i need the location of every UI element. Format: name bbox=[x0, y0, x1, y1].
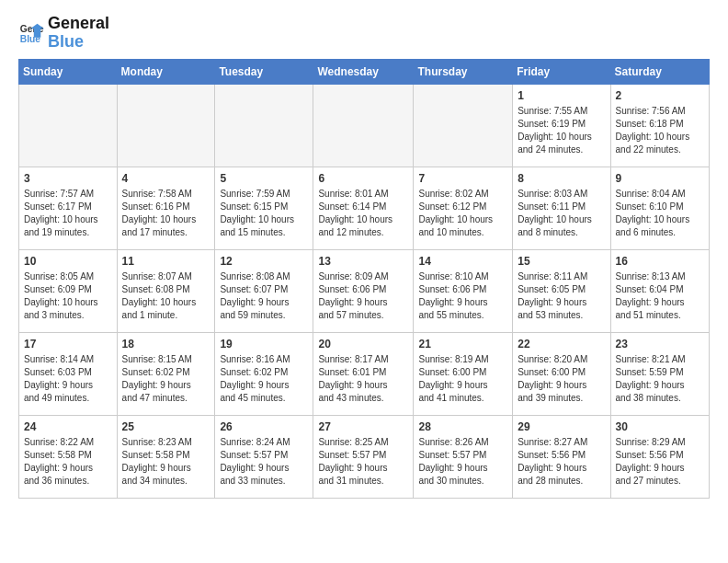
day-number: 9 bbox=[616, 171, 704, 187]
weekday-header: Tuesday bbox=[215, 59, 313, 84]
day-info: Sunrise: 7:55 AM Sunset: 6:19 PM Dayligh… bbox=[518, 105, 605, 156]
weekday-header: Thursday bbox=[414, 59, 513, 84]
day-number: 20 bbox=[318, 337, 408, 352]
day-info: Sunrise: 7:58 AM Sunset: 6:16 PM Dayligh… bbox=[122, 188, 210, 239]
day-info: Sunrise: 8:22 AM Sunset: 5:58 PM Dayligh… bbox=[24, 436, 112, 488]
day-info: Sunrise: 7:59 AM Sunset: 6:15 PM Dayligh… bbox=[220, 188, 308, 239]
calendar-cell bbox=[117, 84, 215, 167]
calendar-cell: 17Sunrise: 8:14 AM Sunset: 6:03 PM Dayli… bbox=[19, 332, 118, 415]
calendar-cell: 7Sunrise: 8:02 AM Sunset: 6:12 PM Daylig… bbox=[414, 167, 513, 249]
calendar-cell: 11Sunrise: 8:07 AM Sunset: 6:08 PM Dayli… bbox=[117, 249, 215, 332]
calendar-cell: 14Sunrise: 8:10 AM Sunset: 6:06 PM Dayli… bbox=[414, 249, 513, 332]
calendar-week-row: 1Sunrise: 7:55 AM Sunset: 6:19 PM Daylig… bbox=[19, 84, 710, 167]
day-number: 18 bbox=[122, 337, 210, 352]
calendar-cell: 9Sunrise: 8:04 AM Sunset: 6:10 PM Daylig… bbox=[610, 167, 709, 249]
day-number: 19 bbox=[220, 337, 308, 352]
day-info: Sunrise: 8:02 AM Sunset: 6:12 PM Dayligh… bbox=[418, 188, 507, 239]
day-info: Sunrise: 8:20 AM Sunset: 6:00 PM Dayligh… bbox=[518, 353, 605, 405]
calendar-cell bbox=[19, 84, 118, 167]
logo-icon: General Blue bbox=[18, 20, 44, 46]
day-info: Sunrise: 8:21 AM Sunset: 5:59 PM Dayligh… bbox=[616, 353, 704, 405]
day-info: Sunrise: 8:07 AM Sunset: 6:08 PM Dayligh… bbox=[122, 270, 210, 322]
day-number: 3 bbox=[24, 171, 112, 187]
day-info: Sunrise: 8:24 AM Sunset: 5:57 PM Dayligh… bbox=[220, 436, 308, 488]
day-number: 6 bbox=[318, 171, 408, 187]
calendar-cell: 6Sunrise: 8:01 AM Sunset: 6:14 PM Daylig… bbox=[313, 167, 414, 249]
day-info: Sunrise: 8:15 AM Sunset: 6:02 PM Dayligh… bbox=[122, 353, 210, 405]
day-number: 25 bbox=[122, 419, 210, 435]
calendar-cell: 1Sunrise: 7:55 AM Sunset: 6:19 PM Daylig… bbox=[513, 84, 610, 167]
day-number: 1 bbox=[518, 88, 605, 104]
day-info: Sunrise: 8:23 AM Sunset: 5:58 PM Dayligh… bbox=[122, 436, 210, 488]
day-info: Sunrise: 8:10 AM Sunset: 6:06 PM Dayligh… bbox=[418, 270, 507, 322]
day-info: Sunrise: 8:16 AM Sunset: 6:02 PM Dayligh… bbox=[220, 353, 308, 405]
calendar-cell bbox=[313, 84, 414, 167]
weekday-header: Sunday bbox=[19, 59, 118, 84]
day-number: 4 bbox=[122, 171, 210, 187]
day-info: Sunrise: 8:03 AM Sunset: 6:11 PM Dayligh… bbox=[518, 188, 605, 239]
day-info: Sunrise: 8:17 AM Sunset: 6:01 PM Dayligh… bbox=[318, 353, 408, 405]
calendar-cell: 3Sunrise: 7:57 AM Sunset: 6:17 PM Daylig… bbox=[19, 167, 118, 249]
calendar-cell: 12Sunrise: 8:08 AM Sunset: 6:07 PM Dayli… bbox=[215, 249, 313, 332]
day-number: 28 bbox=[418, 419, 507, 435]
calendar-cell: 2Sunrise: 7:56 AM Sunset: 6:18 PM Daylig… bbox=[610, 84, 709, 167]
calendar-week-row: 24Sunrise: 8:22 AM Sunset: 5:58 PM Dayli… bbox=[19, 415, 710, 498]
day-info: Sunrise: 8:29 AM Sunset: 5:56 PM Dayligh… bbox=[616, 436, 704, 488]
calendar-cell: 26Sunrise: 8:24 AM Sunset: 5:57 PM Dayli… bbox=[215, 415, 313, 498]
day-number: 14 bbox=[418, 254, 507, 270]
day-number: 21 bbox=[418, 337, 507, 352]
calendar-cell: 5Sunrise: 7:59 AM Sunset: 6:15 PM Daylig… bbox=[215, 167, 313, 249]
calendar-cell: 23Sunrise: 8:21 AM Sunset: 5:59 PM Dayli… bbox=[610, 332, 709, 415]
calendar-cell: 20Sunrise: 8:17 AM Sunset: 6:01 PM Dayli… bbox=[313, 332, 414, 415]
calendar-cell: 28Sunrise: 8:26 AM Sunset: 5:57 PM Dayli… bbox=[414, 415, 513, 498]
day-number: 13 bbox=[318, 254, 408, 270]
day-info: Sunrise: 8:04 AM Sunset: 6:10 PM Dayligh… bbox=[616, 188, 704, 239]
calendar-cell: 15Sunrise: 8:11 AM Sunset: 6:05 PM Dayli… bbox=[513, 249, 610, 332]
logo: General Blue GeneralBlue bbox=[18, 15, 109, 52]
weekday-header: Saturday bbox=[610, 59, 709, 84]
calendar-cell: 18Sunrise: 8:15 AM Sunset: 6:02 PM Dayli… bbox=[117, 332, 215, 415]
calendar-cell: 25Sunrise: 8:23 AM Sunset: 5:58 PM Dayli… bbox=[117, 415, 215, 498]
calendar-cell: 13Sunrise: 8:09 AM Sunset: 6:06 PM Dayli… bbox=[313, 249, 414, 332]
calendar-header-row: SundayMondayTuesdayWednesdayThursdayFrid… bbox=[19, 59, 710, 84]
calendar-cell: 10Sunrise: 8:05 AM Sunset: 6:09 PM Dayli… bbox=[19, 249, 118, 332]
day-info: Sunrise: 8:08 AM Sunset: 6:07 PM Dayligh… bbox=[220, 270, 308, 322]
calendar-cell: 27Sunrise: 8:25 AM Sunset: 5:57 PM Dayli… bbox=[313, 415, 414, 498]
day-number: 2 bbox=[616, 88, 704, 104]
weekday-header: Friday bbox=[513, 59, 610, 84]
calendar-cell: 30Sunrise: 8:29 AM Sunset: 5:56 PM Dayli… bbox=[610, 415, 709, 498]
calendar-cell: 29Sunrise: 8:27 AM Sunset: 5:56 PM Dayli… bbox=[513, 415, 610, 498]
day-info: Sunrise: 8:11 AM Sunset: 6:05 PM Dayligh… bbox=[518, 270, 605, 322]
weekday-header: Wednesday bbox=[313, 59, 414, 84]
day-number: 5 bbox=[220, 171, 308, 187]
calendar-cell: 22Sunrise: 8:20 AM Sunset: 6:00 PM Dayli… bbox=[513, 332, 610, 415]
calendar-cell: 8Sunrise: 8:03 AM Sunset: 6:11 PM Daylig… bbox=[513, 167, 610, 249]
calendar-cell: 19Sunrise: 8:16 AM Sunset: 6:02 PM Dayli… bbox=[215, 332, 313, 415]
day-info: Sunrise: 8:01 AM Sunset: 6:14 PM Dayligh… bbox=[318, 188, 408, 239]
day-number: 12 bbox=[220, 254, 308, 270]
day-info: Sunrise: 8:26 AM Sunset: 5:57 PM Dayligh… bbox=[418, 436, 507, 488]
calendar-week-row: 3Sunrise: 7:57 AM Sunset: 6:17 PM Daylig… bbox=[19, 167, 710, 249]
calendar-cell: 16Sunrise: 8:13 AM Sunset: 6:04 PM Dayli… bbox=[610, 249, 709, 332]
day-info: Sunrise: 8:05 AM Sunset: 6:09 PM Dayligh… bbox=[24, 270, 112, 322]
day-number: 7 bbox=[418, 171, 507, 187]
page-wrapper: General Blue GeneralBlue SundayMondayTue… bbox=[18, 15, 710, 499]
day-number: 10 bbox=[24, 254, 112, 270]
day-number: 17 bbox=[24, 337, 112, 352]
calendar-cell: 24Sunrise: 8:22 AM Sunset: 5:58 PM Dayli… bbox=[19, 415, 118, 498]
day-info: Sunrise: 8:14 AM Sunset: 6:03 PM Dayligh… bbox=[24, 353, 112, 405]
day-number: 23 bbox=[616, 337, 704, 352]
calendar-week-row: 10Sunrise: 8:05 AM Sunset: 6:09 PM Dayli… bbox=[19, 249, 710, 332]
calendar-cell bbox=[215, 84, 313, 167]
day-info: Sunrise: 8:27 AM Sunset: 5:56 PM Dayligh… bbox=[518, 436, 605, 488]
weekday-header: Monday bbox=[117, 59, 215, 84]
calendar-cell: 4Sunrise: 7:58 AM Sunset: 6:16 PM Daylig… bbox=[117, 167, 215, 249]
day-number: 11 bbox=[122, 254, 210, 270]
calendar-cell bbox=[414, 84, 513, 167]
day-number: 16 bbox=[616, 254, 704, 270]
day-number: 22 bbox=[518, 337, 605, 352]
day-info: Sunrise: 8:25 AM Sunset: 5:57 PM Dayligh… bbox=[318, 436, 408, 488]
calendar-cell: 21Sunrise: 8:19 AM Sunset: 6:00 PM Dayli… bbox=[414, 332, 513, 415]
day-info: Sunrise: 8:13 AM Sunset: 6:04 PM Dayligh… bbox=[616, 270, 704, 322]
day-number: 27 bbox=[318, 419, 408, 435]
